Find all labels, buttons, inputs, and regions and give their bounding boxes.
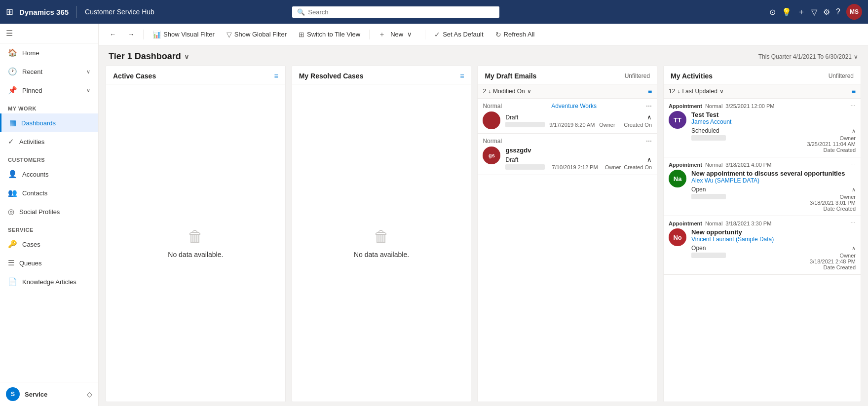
sidebar-item-queues[interactable]: ☰ Queues [0, 254, 98, 272]
activity-time: 3/18/2021 4:00 PM [725, 162, 771, 168]
toolbar-separator [143, 30, 144, 39]
sidebar-item-recent[interactable]: 🕐 Recent ∨ [0, 62, 98, 81]
no-data-text: No data available. [168, 251, 223, 258]
sort-count: 2 [483, 88, 486, 95]
sort-field: Modified On [493, 88, 525, 95]
my-draft-emails-header: My Draft Emails Unfiltered [478, 66, 657, 84]
activities-list: Appointment Normal 3/25/2021 12:00 PM ⋯ … [664, 99, 861, 402]
activity-date-created-label: Date Created [824, 206, 856, 212]
my-resolved-cases-header: My Resolved Cases ≡ [292, 66, 471, 84]
draft-avatar: gs [483, 147, 500, 164]
draft-more-icon[interactable]: ⋯ [646, 138, 652, 145]
draft-emails-toolbar: 2 ↓ Modified On ∨ ≡ [478, 84, 657, 99]
waffle-icon[interactable]: ⊞ [6, 6, 13, 17]
list-item: Appointment Normal 3/25/2021 12:00 PM ⋯ … [664, 99, 861, 157]
dashboard-title[interactable]: Tier 1 Dashboard ∨ [109, 51, 189, 62]
sidebar-item-cases[interactable]: 🔑 Cases [0, 235, 98, 254]
top-navigation: ⊞ Dynamics 365 Customer Service Hub 🔍 ⊙ … [0, 0, 868, 24]
sidebar-item-label: Accounts [22, 171, 48, 178]
activity-info: New opportunity Vincent Lauriant (Sample… [691, 228, 856, 270]
sidebar-item-home[interactable]: 🏠 Home [0, 43, 98, 62]
help-icon[interactable]: ? [836, 7, 840, 16]
panel-list-icon[interactable]: ≡ [274, 72, 278, 80]
draft-info: Draft ∧ 9/17/2019 8:20 AM Owner Created … [505, 111, 652, 128]
draft-status-row: Draft ∧ [505, 113, 652, 121]
queues-icon: ☰ [8, 258, 14, 267]
show-global-filter-button[interactable]: ▽ Show Global Filter [222, 28, 292, 41]
sidebar-item-accounts[interactable]: 👤 Accounts [0, 165, 98, 184]
panels-row: Active Cases ≡ 🗑 No data available. My R… [99, 66, 868, 406]
blurred-field [505, 164, 545, 171]
main-layout: ☰ 🏠 Home 🕐 Recent ∨ 📌 Pinned ∨ My Work ▦… [0, 24, 868, 406]
sort-down-icon: ↓ [488, 88, 491, 95]
panel-list-icon[interactable]: ≡ [648, 87, 652, 95]
forward-button[interactable]: → [123, 28, 139, 41]
back-button[interactable]: ← [105, 28, 121, 41]
active-cases-panel: Active Cases ≡ 🗑 No data available. [106, 66, 286, 402]
toolbar: ← → 📊 Show Visual Filter ▽ Show Global F… [99, 24, 868, 45]
activity-type: Appointment [669, 103, 702, 109]
sidebar-item-pinned[interactable]: 📌 Pinned ∨ [0, 81, 98, 100]
sidebar-item-contacts[interactable]: 👥 Contacts [0, 184, 98, 202]
status-chevron-icon: ∧ [852, 245, 856, 252]
dashboard-header: Tier 1 Dashboard ∨ This Quarter 4/1/2021… [99, 45, 868, 66]
filter-icon[interactable]: ▽ [811, 7, 817, 17]
activity-owner-date: 3/18/2021 3:01 PM [810, 200, 856, 206]
set-as-default-button[interactable]: ✓ Set As Default [429, 28, 488, 41]
status-chevron-icon: ∧ [852, 186, 856, 193]
refresh-all-button[interactable]: ↻ Refresh All [491, 28, 540, 41]
draft-priority: Normal [483, 103, 502, 110]
activity-more-icon[interactable]: ⋯ [850, 220, 856, 226]
dashboard-icon: ▦ [9, 118, 16, 127]
panel-list-icon[interactable]: ≡ [460, 72, 464, 80]
active-cases-body: 🗑 No data available. [106, 84, 285, 402]
my-resolved-cases-title: My Resolved Cases [299, 72, 364, 80]
dashboard-date-range: This Quarter 4/1/2021 To 6/30/2021 ∨ [758, 53, 858, 60]
activity-date-created-label: Date Created [824, 147, 856, 153]
sidebar-item-label: Activities [19, 138, 44, 146]
search-icon: 🔍 [297, 8, 305, 16]
new-button[interactable]: ＋ New ∨ [374, 25, 421, 44]
settings-icon[interactable]: ⚙ [823, 7, 830, 17]
sort-button[interactable]: 12 ↓ Last Updated ∨ [669, 88, 724, 95]
my-resolved-cases-panel: My Resolved Cases ≡ 🗑 No data available. [292, 66, 472, 402]
blurred-field [505, 122, 545, 128]
my-activities-panel: My Activities Unfiltered 12 ↓ Last Updat… [663, 66, 861, 402]
no-data-icon: 🗑 [188, 227, 203, 246]
user-avatar[interactable]: MS [846, 4, 862, 20]
switch-to-tile-button[interactable]: ⊞ Switch to Tile View [294, 28, 365, 41]
sidebar-footer-label: Service [25, 391, 47, 398]
add-icon[interactable]: ＋ [797, 7, 805, 17]
sidebar-item-dashboards[interactable]: ▦ Dashboards [0, 113, 98, 132]
sidebar-item-activities[interactable]: ✓ Activities [0, 132, 98, 151]
toolbar-separator [369, 30, 370, 39]
social-icon: ◎ [8, 207, 14, 216]
plus-icon: ＋ [378, 30, 385, 39]
activity-body: Na New appointment to discuss several op… [669, 170, 856, 212]
activity-status: Open [691, 186, 706, 193]
draft-more-icon[interactable]: ⋯ [646, 103, 652, 110]
sidebar-item-social-profiles[interactable]: ◎ Social Profiles [0, 202, 98, 221]
check-circle-icon[interactable]: ⊙ [769, 7, 776, 17]
search-input[interactable] [308, 8, 494, 16]
activities-toolbar: 12 ↓ Last Updated ∨ ≡ [664, 84, 861, 99]
activity-account[interactable]: Alex Wu (SAMPLE DATA) [691, 177, 856, 184]
activity-more-icon[interactable]: ⋯ [850, 103, 856, 109]
activity-account[interactable]: Vincent Lauriant (Sample Data) [691, 236, 856, 243]
activity-status-row: Open ∧ [691, 245, 856, 252]
search-box[interactable]: 🔍 [292, 6, 499, 18]
sort-button[interactable]: 2 ↓ Modified On ∨ [483, 88, 531, 95]
sidebar-toggle[interactable]: ☰ [0, 24, 98, 43]
activity-type: Appointment [669, 221, 702, 226]
new-chevron-icon[interactable]: ∨ [405, 28, 416, 41]
panel-list-icon[interactable]: ≡ [852, 87, 856, 95]
draft-body: gs gsszgdv Draft ∧ 7/10/201 [483, 147, 652, 171]
top-nav-icons: ⊙ 💡 ＋ ▽ ⚙ ? MS [769, 4, 862, 20]
show-visual-filter-button[interactable]: 📊 Show Visual Filter [148, 28, 220, 41]
sidebar-item-knowledge-articles[interactable]: 📄 Knowledge Articles [0, 272, 98, 291]
draft-account[interactable]: Adventure Works [551, 103, 597, 110]
activity-meta-left: Appointment Normal 3/18/2021 3:30 PM [669, 221, 771, 226]
lightbulb-icon[interactable]: 💡 [782, 7, 792, 17]
activity-more-icon[interactable]: ⋯ [850, 161, 856, 168]
activity-account[interactable]: James Account [691, 118, 856, 125]
